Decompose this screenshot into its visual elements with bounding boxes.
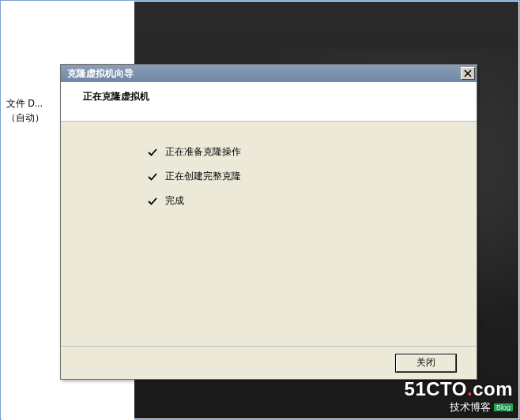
dialog-content: 正在准备克隆操作 正在创建完整克隆 完成 <box>61 122 477 346</box>
check-icon <box>148 172 157 182</box>
dialog-titlebar[interactable]: 克隆虚拟机向导 <box>61 65 477 82</box>
dialog-footer: 关闭 <box>61 346 477 379</box>
dialog-header-band: 正在克隆虚拟机 <box>61 82 477 122</box>
progress-step: 正在创建完整克隆 <box>148 170 477 183</box>
progress-step: 正在准备克隆操作 <box>148 145 477 159</box>
progress-step-label: 正在准备克隆操作 <box>165 145 241 159</box>
left-label-2: （自动） <box>6 111 44 125</box>
clone-wizard-dialog: 克隆虚拟机向导 正在克隆虚拟机 正在准备克隆操作 正在创建完整克隆 完成 <box>60 64 477 380</box>
progress-step-label: 完成 <box>165 194 184 208</box>
check-icon <box>148 197 157 206</box>
progress-step: 完成 <box>148 194 477 208</box>
check-icon <box>148 148 157 157</box>
close-button[interactable]: 关闭 <box>396 354 456 372</box>
dialog-header-text: 正在克隆虚拟机 <box>83 91 149 102</box>
dialog-close-button[interactable] <box>461 67 475 80</box>
dialog-title: 克隆虚拟机向导 <box>67 67 134 81</box>
progress-step-label: 正在创建完整克隆 <box>165 170 241 183</box>
left-label-1: 文件 D... <box>6 96 44 111</box>
close-button-label: 关闭 <box>416 356 435 369</box>
close-icon <box>464 69 472 77</box>
